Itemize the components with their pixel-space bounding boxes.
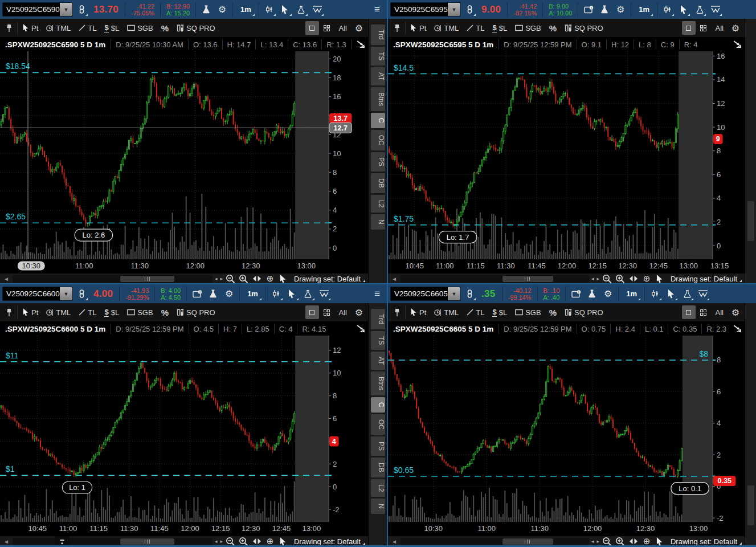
symbol-dropdown-button[interactable]: ▼	[60, 3, 72, 16]
link-icon[interactable]	[74, 286, 89, 301]
link-icon[interactable]	[74, 2, 89, 17]
scrollbar-track[interactable]	[13, 538, 213, 545]
analyze-flask-icon[interactable]	[199, 2, 214, 17]
sidebar-tab-c[interactable]: C	[371, 397, 385, 413]
scroll-cursor-icon[interactable]	[654, 274, 665, 283]
auto-scale-icon[interactable]	[251, 536, 263, 545]
cursor-tool-icon[interactable]	[664, 286, 679, 301]
sidebar-tab-l2[interactable]: L2	[371, 195, 385, 213]
price-level-tool-button[interactable]: $ $L	[488, 305, 511, 320]
news-alert-icon[interactable]: !	[190, 286, 205, 301]
step-right-icon[interactable]: ▸	[596, 276, 600, 281]
pattern-tool-icon[interactable]	[708, 2, 723, 17]
sgb-tool-button[interactable]: SGB	[123, 21, 157, 35]
sgb-tool-button[interactable]: SGB	[511, 21, 545, 35]
zoom-out-icon[interactable]	[225, 536, 236, 545]
symbol-dropdown-button[interactable]: ▼	[60, 287, 72, 300]
splitter-collapse-handle[interactable]: ▬▲	[55, 536, 70, 545]
settings-gear-icon[interactable]: ⚙	[215, 2, 230, 17]
news-alert-icon[interactable]: !	[581, 2, 596, 17]
aggregation-style-icon[interactable]	[262, 2, 277, 17]
all-panes-button[interactable]: All	[712, 305, 728, 320]
pointer-tool-button[interactable]: Pt	[407, 305, 430, 320]
grid-panes-button[interactable]	[320, 305, 334, 319]
symbol-text[interactable]: V250925C6595	[391, 5, 448, 14]
chart-area[interactable]: -20246810:3011:0011:3012:0012:3013:00$8$…	[388, 336, 745, 536]
symbol-dropdown-button[interactable]: ▼	[448, 3, 460, 16]
cursor-tool-icon[interactable]	[285, 286, 300, 301]
analyze-flask-icon[interactable]	[206, 286, 220, 301]
percent-tool-button[interactable]: %	[157, 21, 173, 35]
price-chart[interactable]: -20246810:3011:0011:3012:0012:3013:00$8$…	[388, 336, 745, 534]
scrollbar-thumb[interactable]	[120, 276, 174, 282]
side-scroll-thumb[interactable]	[747, 485, 754, 525]
chart-scale-reset-icon[interactable]	[355, 39, 365, 50]
crosshair-center-icon[interactable]: ⊕	[641, 536, 652, 545]
toolbar-gear-icon[interactable]: ⚙	[352, 21, 366, 35]
scrollbar-thumb[interactable]	[120, 538, 174, 545]
drawing-set-selector[interactable]: Drawing set: Default	[291, 275, 366, 283]
zoom-out-icon[interactable]	[602, 274, 613, 283]
sq-pro-button[interactable]: SQ PRO	[173, 21, 219, 35]
auto-scale-icon[interactable]	[628, 536, 639, 545]
sidebar-tab-at[interactable]: AT	[371, 352, 385, 370]
percent-tool-button[interactable]: %	[545, 305, 561, 320]
scroll-cursor-icon[interactable]	[277, 536, 289, 545]
link-icon[interactable]	[462, 2, 477, 17]
timeframe-button[interactable]: 1m	[622, 286, 641, 301]
trendline-tool-button[interactable]: TL	[463, 21, 488, 35]
sidebar-tab-ts[interactable]: TS	[371, 47, 385, 66]
timeframe-button[interactable]: 1m	[236, 2, 256, 17]
trendline-tool-button[interactable]: TL	[463, 305, 488, 320]
chart-area[interactable]: 024681012141610:4511:0011:1511:3011:4512…	[388, 51, 745, 274]
sidebar-tab-l2[interactable]: L2	[371, 479, 385, 497]
chart-studies-flask-icon[interactable]	[692, 2, 707, 17]
pattern-tool-icon[interactable]	[317, 286, 332, 301]
single-pane-button[interactable]	[682, 21, 696, 35]
cursor-tool-icon[interactable]	[278, 2, 293, 17]
chart-scale-reset-icon[interactable]	[732, 324, 742, 334]
percent-tool-button[interactable]: %	[157, 305, 173, 320]
scrollbar-track[interactable]	[13, 275, 213, 283]
zoom-out-icon[interactable]	[225, 274, 236, 283]
pattern-tool-icon[interactable]	[310, 2, 325, 17]
scroll-left-icon[interactable]: ◄	[390, 276, 399, 282]
pin-icon[interactable]	[2, 305, 16, 319]
settings-gear-icon[interactable]: ⚙	[600, 286, 615, 301]
toolbar-gear-icon[interactable]: ⚙	[352, 305, 366, 319]
pointer-tool-button[interactable]: Pt	[19, 21, 42, 35]
grid-panes-button[interactable]	[697, 305, 710, 319]
drawing-set-selector[interactable]: Drawing set: Default	[667, 275, 743, 283]
chart-scale-reset-icon[interactable]	[355, 324, 365, 334]
analyze-flask-icon[interactable]	[597, 2, 612, 17]
zoom-in-icon[interactable]	[615, 274, 626, 283]
trendline-tool-button[interactable]: TL	[75, 21, 100, 35]
single-pane-button[interactable]	[305, 305, 319, 319]
chart-area[interactable]: 0246810121416182010:3011:0011:3012:0012:…	[0, 51, 368, 274]
scroll-left-icon[interactable]: ◄	[2, 276, 11, 282]
chart-scale-reset-icon[interactable]	[732, 39, 742, 50]
toolbar-gear-icon[interactable]: ⚙	[729, 305, 742, 319]
price-level-tool-button[interactable]: $ $L	[100, 21, 123, 35]
timeline-tool-button[interactable]: TML	[430, 305, 463, 320]
scrollbar-track[interactable]	[401, 275, 589, 283]
pin-icon[interactable]	[2, 21, 16, 35]
pattern-tool-icon[interactable]	[696, 286, 710, 301]
timeframe-button[interactable]: 1m	[243, 286, 263, 301]
sq-pro-button[interactable]: SQ PRO	[173, 305, 219, 320]
aggregation-style-icon[interactable]	[648, 286, 663, 301]
single-pane-button[interactable]	[305, 21, 319, 35]
sidebar-tab-c[interactable]: C	[371, 113, 385, 128]
symbol-input[interactable]: V250925C6590 ▼	[2, 2, 73, 17]
settings-gear-icon[interactable]: ⚙	[613, 2, 628, 17]
sidebar-tab-at[interactable]: AT	[371, 67, 385, 85]
pointer-tool-button[interactable]: Pt	[19, 305, 42, 320]
step-left-icon[interactable]: ◂	[214, 276, 218, 281]
zoom-in-icon[interactable]	[238, 274, 250, 283]
crosshair-center-icon[interactable]: ⊕	[641, 274, 652, 283]
grid-panes-button[interactable]	[697, 21, 710, 35]
sidebar-tab-trd[interactable]: Trd	[371, 309, 385, 329]
chart-area[interactable]: -202468101210:4511:0011:1511:3011:4512:0…	[0, 336, 368, 536]
step-left-icon[interactable]: ◂	[591, 538, 595, 544]
sidebar-tab-oc[interactable]: OC	[371, 130, 385, 150]
